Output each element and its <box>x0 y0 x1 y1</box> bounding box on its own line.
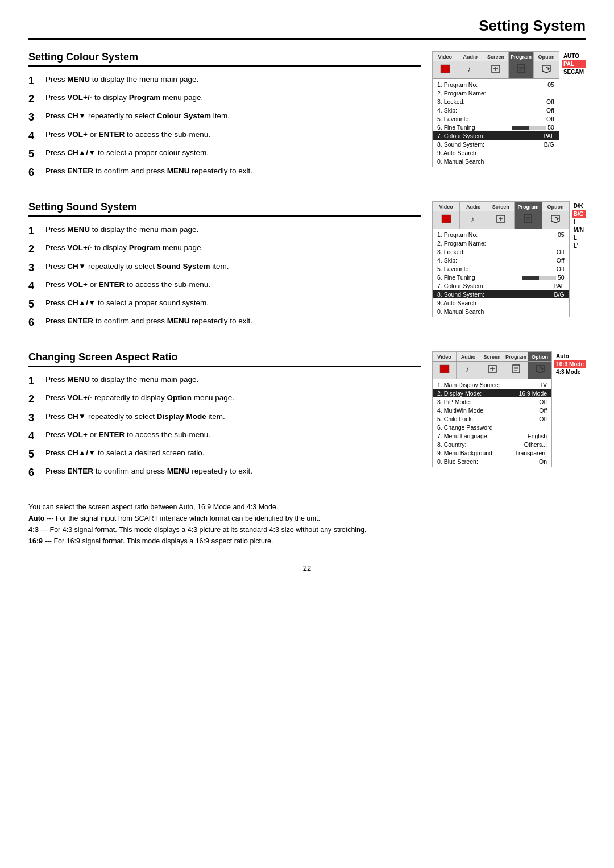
menu-side-option[interactable]: PAL <box>562 60 586 68</box>
menu-icon-audio[interactable]: ♪ <box>458 61 484 78</box>
menu-tab-audio[interactable]: Audio <box>458 52 484 61</box>
menu-item: 9. Auto Search <box>433 148 559 157</box>
menu-item-label: 8. Sound System: <box>437 291 484 298</box>
step-2: 2Press VOL+/- to display Program menu pa… <box>28 93 421 106</box>
menu-tabs: VideoAudioScreenProgramOption <box>433 202 569 211</box>
menu-side-option[interactable]: I <box>572 218 586 226</box>
menu-side-option[interactable]: 16:9 Mode <box>554 360 586 368</box>
footer-line4: 16:9 --- For 16:9 signal format. This mo… <box>28 535 586 547</box>
menu-tab-audio[interactable]: Audio <box>460 202 487 211</box>
step-2: 2Press VOL+/- repeatedly to display Opti… <box>28 393 421 406</box>
menu-tab-video[interactable]: Video <box>433 352 457 361</box>
menu-tabs: VideoAudioScreenProgramOption <box>433 352 551 362</box>
step-num: 4 <box>28 429 42 443</box>
step-text: Press ENTER to confirm and press MENU re… <box>45 316 252 327</box>
menu-icon-row: ♪ <box>433 211 569 229</box>
menu-icon-audio[interactable]: ♪ <box>457 362 480 379</box>
menu-item-value: Off <box>557 248 565 255</box>
step-text: Press VOL+/- to display Program menu pag… <box>45 243 203 254</box>
menu-side-option[interactable]: M/N <box>572 226 586 234</box>
menu-side-option[interactable]: L' <box>572 242 586 250</box>
menu-icon-video[interactable] <box>433 211 460 229</box>
menu-item: 9. Menu Background:Transparent <box>433 448 551 457</box>
step-num: 2 <box>28 92 42 106</box>
menu-item-value: 50 <box>509 124 554 131</box>
menu-icon-screen[interactable] <box>487 211 515 229</box>
menu-tab-program[interactable]: Program <box>515 202 542 211</box>
menu-tab-screen[interactable]: Screen <box>483 52 509 61</box>
step-num: 6 <box>28 165 42 180</box>
menu-item-value: Transparent <box>515 450 547 456</box>
menu-side-option[interactable]: B/G <box>572 210 586 218</box>
menu-tab-screen[interactable]: Screen <box>487 202 515 211</box>
step-text: Press MENU to display the menu main page… <box>45 225 198 235</box>
section-colour-system: Setting Colour System1Press MENU to disp… <box>28 51 586 184</box>
menu-item: 5. Child Lock:Off <box>433 414 551 423</box>
menu-mockup-sound-system: VideoAudioScreenProgramOption♪1. Program… <box>432 201 586 334</box>
menu-icon-row: ♪ <box>433 61 559 79</box>
menu-item-label: 3. Locked: <box>437 248 464 255</box>
menu-icon-screen[interactable] <box>480 362 504 379</box>
fine-tuning-bar <box>512 126 546 130</box>
menu-item: 5. Favourite:Off <box>433 264 569 273</box>
menu-item-label: 2. Program Name: <box>437 240 486 247</box>
step-3: 3Press CH▼ repeatedly to select Sound Sy… <box>28 261 421 275</box>
menu-item-value: Off <box>546 115 554 122</box>
menu-item: 9. Auto Search <box>433 298 569 307</box>
page-number: 22 <box>28 564 586 572</box>
menu-tab-video[interactable]: Video <box>433 52 458 61</box>
section-screen-aspect: Changing Screen Aspect Ratio1Press MENU … <box>28 351 586 484</box>
step-num: 2 <box>28 392 42 406</box>
menu-tab-screen[interactable]: Screen <box>480 352 504 361</box>
menu-side-option[interactable]: 4:3 Mode <box>554 368 586 376</box>
menu-item-label: 3. Locked: <box>437 98 464 105</box>
menu-tab-option[interactable]: Option <box>528 352 551 361</box>
menu-tab-option[interactable]: Option <box>542 202 569 211</box>
step-text: Press MENU to display the menu main page… <box>45 375 198 385</box>
menu-icon-option[interactable] <box>542 211 569 229</box>
menu-item-label: 1. Program No: <box>437 231 478 238</box>
menu-item: 0. Manual Search <box>433 157 559 165</box>
menu-item: 3. PiP Mode:Off <box>433 397 551 406</box>
menu-icon-video[interactable] <box>433 362 457 379</box>
menu-tab-program[interactable]: Program <box>509 52 534 61</box>
menu-item-label: 1. Main Display Source: <box>437 381 500 388</box>
page-title: Setting System <box>28 17 586 40</box>
menu-icon-audio[interactable]: ♪ <box>460 211 487 229</box>
menu-tab-program[interactable]: Program <box>504 352 528 361</box>
menu-icon-option[interactable] <box>534 61 559 78</box>
step-4: 4Press VOL+ or ENTER to access the sub-m… <box>28 280 421 293</box>
menu-item-value: Off <box>557 257 565 264</box>
menu-tab-video[interactable]: Video <box>433 202 460 211</box>
menu-item: 2. Program Name: <box>433 89 559 97</box>
menu-item-value: B/G <box>554 291 565 298</box>
step-1: 1Press MENU to display the menu main pag… <box>28 74 421 88</box>
step-num: 1 <box>28 374 42 388</box>
menu-tab-audio[interactable]: Audio <box>457 352 480 361</box>
menu-tab-option[interactable]: Option <box>534 52 559 61</box>
section-left-sound-system: Setting Sound System1Press MENU to displ… <box>28 201 421 334</box>
menu-item-label: 9. Menu Background: <box>437 450 494 456</box>
step-num: 5 <box>28 447 42 462</box>
step-text: Press VOL+ or ENTER to access the sub-me… <box>45 130 210 140</box>
step-6: 6Press ENTER to confirm and press MENU r… <box>28 316 421 330</box>
menu-icon-row: ♪ <box>433 362 551 379</box>
menu-icon-option[interactable] <box>528 362 551 379</box>
menu-item: 2. Display Mode:16:9 Mode <box>433 389 551 397</box>
menu-side-option[interactable]: L <box>572 234 586 242</box>
menu-tabs: VideoAudioScreenProgramOption <box>433 52 559 61</box>
menu-icon-program[interactable] <box>509 61 534 78</box>
step-num: 5 <box>28 147 42 161</box>
step-text: Press CH▼ repeatedly to select Sound Sys… <box>45 261 229 272</box>
menu-icon-video[interactable] <box>433 61 458 78</box>
step-4: 4Press VOL+ or ENTER to access the sub-m… <box>28 430 421 443</box>
menu-icon-program[interactable] <box>504 362 528 379</box>
menu-side-options: D/KB/GIM/NLL' <box>572 201 586 250</box>
menu-side-option[interactable]: SECAM <box>562 68 586 76</box>
step-text: Press CH▼ repeatedly to select Colour Sy… <box>45 111 230 122</box>
menu-icon-screen[interactable] <box>483 61 509 78</box>
step-6: 6Press ENTER to confirm and press MENU r… <box>28 466 421 480</box>
menu-icon-program[interactable] <box>515 211 542 229</box>
menu-item: 1. Main Display Source:TV <box>433 380 551 389</box>
step-num: 1 <box>28 224 42 238</box>
